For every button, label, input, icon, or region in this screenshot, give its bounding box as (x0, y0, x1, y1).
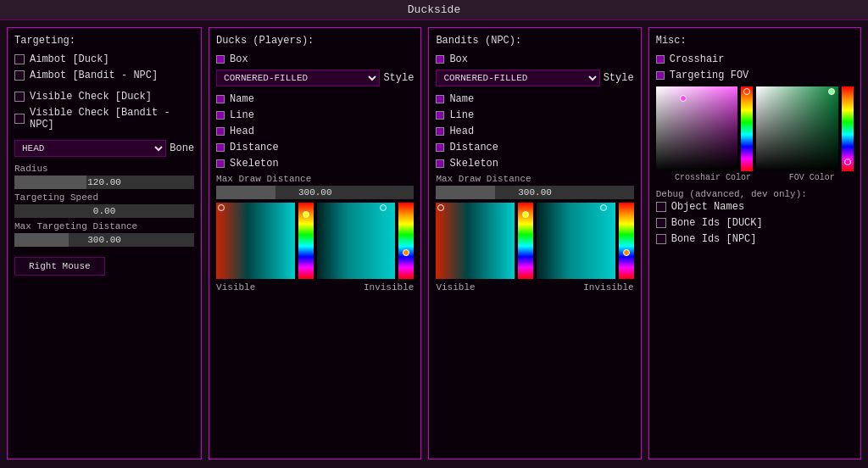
bandits-skeleton-label: Skeleton (449, 158, 498, 170)
ducks-title: Ducks (Players): (216, 35, 414, 47)
misc-hue-dot-2 (844, 159, 851, 165)
bone-label: Bone (170, 142, 194, 154)
targeting-speed-slider[interactable]: 0.00 (14, 204, 194, 218)
ducks-skeleton-row: Skeleton (216, 158, 414, 170)
bandits-invisible-gradient[interactable] (537, 203, 615, 279)
bandits-box-row: Box (436, 53, 633, 65)
ducks-invisible-dot (380, 204, 387, 211)
radius-row: Radius 120.00 (14, 164, 194, 189)
ducks-visible-gradient[interactable] (216, 203, 295, 279)
bandits-max-draw-label: Max Draw Distance (436, 174, 633, 184)
bandits-max-draw-row: Max Draw Distance 300.00 (436, 174, 633, 199)
fov-color-label: FOV Color (789, 173, 835, 182)
bone-ids-duck-checkbox[interactable] (656, 218, 666, 228)
targeting-speed-row: Targeting Speed 0.00 (14, 192, 194, 218)
aimbot-duck-label: Aimbot [Duck] (30, 53, 109, 65)
debug-label: Debug (advanced, dev only): (656, 189, 854, 199)
aimbot-bandit-row: Aimbot [Bandit - NPC] (14, 70, 194, 81)
bone-ids-npc-checkbox[interactable] (656, 234, 666, 244)
bandits-head-row: Head (436, 125, 633, 137)
bandits-style-row: CORNERED-FILLED SOLID Style (436, 70, 633, 86)
ducks-line-label: Line (230, 109, 254, 121)
object-names-checkbox[interactable] (656, 202, 666, 212)
bandits-style-label: Style (604, 72, 634, 84)
crosshair-label: Crosshair (670, 53, 725, 65)
ducks-invisible-hue-dot (403, 249, 409, 256)
bandits-head-label: Head (449, 125, 474, 137)
bandits-line-checkbox[interactable] (436, 111, 444, 120)
ducks-color-pickers (216, 203, 414, 279)
ducks-hue-dot (303, 211, 309, 218)
crosshair-checkbox[interactable] (656, 55, 665, 64)
visible-bandit-checkbox[interactable] (14, 114, 25, 124)
misc-color-picker-main[interactable] (656, 86, 738, 171)
targeting-panel: Targeting: Aimbot [Duck] Aimbot [Bandit … (7, 27, 202, 460)
ducks-invisible-gradient[interactable] (317, 203, 396, 279)
bone-ids-duck-label: Bone Ids [DUCK] (671, 217, 763, 229)
ducks-line-checkbox[interactable] (216, 111, 225, 120)
bandits-panel: Bandits (NPC): Box CORNERED-FILLED SOLID… (428, 27, 641, 460)
ducks-invisible-label: Invisible (364, 282, 414, 292)
targeting-fov-checkbox[interactable] (656, 71, 665, 80)
ducks-style-label: Style (383, 72, 414, 84)
bandits-head-checkbox[interactable] (436, 127, 444, 136)
ducks-invisible-hue-bar[interactable] (398, 203, 414, 279)
bandits-box-checkbox[interactable] (436, 55, 444, 64)
ducks-visible-label: Visible (216, 282, 255, 292)
ducks-box-label: Box (230, 53, 248, 65)
bandits-box-label: Box (449, 53, 468, 65)
object-names-label: Object Names (671, 201, 744, 213)
ducks-name-label: Name (230, 93, 254, 105)
ducks-max-draw-slider[interactable]: 300.00 (216, 186, 414, 199)
bandits-invisible-label: Invisible (583, 282, 633, 292)
targeting-fov-row: Targeting FOV (656, 70, 854, 81)
targeting-speed-label: Targeting Speed (14, 192, 194, 203)
max-targeting-slider[interactable]: 300.00 (14, 233, 194, 247)
ducks-head-checkbox[interactable] (216, 127, 225, 136)
ducks-max-draw-value: 300.00 (216, 187, 414, 198)
misc-hue-bar-1[interactable] (741, 86, 753, 171)
misc-hue-bar-2[interactable] (842, 86, 854, 171)
visible-bandit-label: Visible Check [Bandit - NPC] (30, 107, 194, 131)
bandits-distance-checkbox[interactable] (436, 143, 444, 152)
max-targeting-label: Max Targeting Distance (14, 221, 194, 231)
bandits-max-draw-value: 300.00 (436, 187, 633, 198)
bandits-visible-gradient[interactable] (436, 203, 515, 279)
aimbot-bandit-checkbox[interactable] (14, 70, 25, 81)
ducks-style-dropdown[interactable]: CORNERED-FILLED SOLID (216, 70, 380, 86)
ducks-vi-labels: Visible Invisible (216, 282, 414, 292)
bandits-visible-dot (437, 204, 444, 211)
misc-hue-dot-1 (743, 88, 750, 95)
bandits-hue-bar[interactable] (518, 203, 533, 279)
bone-dropdown[interactable]: HEAD BODY LEGS (14, 140, 166, 157)
visible-duck-row: Visible Check [Duck] (14, 91, 194, 103)
misc-color-picker-fov[interactable] (756, 86, 838, 171)
ducks-box-checkbox[interactable] (216, 55, 225, 64)
ducks-distance-checkbox[interactable] (216, 143, 225, 152)
bandits-title: Bandits (NPC): (436, 35, 633, 47)
right-mouse-button[interactable]: Right Mouse (14, 257, 105, 276)
ducks-style-row: CORNERED-FILLED SOLID Style (216, 70, 414, 86)
misc-color-labels: Crosshair Color FOV Color (656, 173, 854, 182)
bandits-invisible-hue-bar[interactable] (619, 203, 634, 279)
ducks-distance-row: Distance (216, 142, 414, 153)
bandits-max-draw-slider[interactable]: 300.00 (436, 186, 633, 199)
bandits-name-checkbox[interactable] (436, 95, 444, 103)
bone-ids-npc-row: Bone Ids [NPC] (656, 233, 854, 245)
bandits-line-label: Line (449, 109, 474, 121)
ducks-hue-bar[interactable] (298, 203, 314, 279)
ducks-name-checkbox[interactable] (216, 95, 225, 103)
visible-duck-label: Visible Check [Duck] (30, 91, 152, 103)
crosshair-color-label: Crosshair Color (675, 173, 751, 182)
ducks-skeleton-checkbox[interactable] (216, 159, 225, 168)
bandits-skeleton-checkbox[interactable] (436, 159, 444, 168)
visible-duck-checkbox[interactable] (14, 92, 25, 102)
bandits-style-dropdown[interactable]: CORNERED-FILLED SOLID (436, 70, 599, 86)
radius-slider[interactable]: 120.00 (14, 176, 194, 189)
bandits-hue-dot (522, 211, 529, 218)
bandits-invisible-hue-dot (623, 249, 630, 256)
bandits-name-row: Name (436, 93, 633, 105)
bone-ids-npc-label: Bone Ids [NPC] (671, 233, 757, 245)
aimbot-duck-row: Aimbot [Duck] (14, 53, 194, 65)
aimbot-duck-checkbox[interactable] (14, 54, 25, 64)
